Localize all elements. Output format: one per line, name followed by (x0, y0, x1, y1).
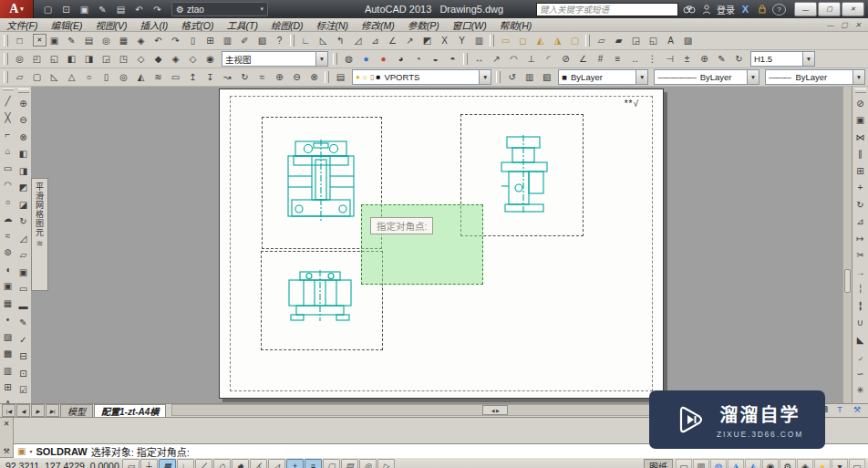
circle-icon[interactable]: ○ (0, 193, 16, 211)
menu-parametric[interactable]: 参数(P) (401, 18, 446, 31)
box-icon[interactable]: ▢ (28, 69, 46, 86)
copy-faces-icon[interactable]: ▱ (16, 247, 32, 265)
tab-last-button[interactable]: ▶| (46, 404, 59, 417)
command-window-grip[interactable]: ✕ ⚒ (0, 418, 14, 457)
doc-minimize-button[interactable]: — (825, 21, 836, 29)
qat-plot-icon[interactable]: ▤ (112, 1, 129, 17)
user-icon[interactable] (700, 3, 712, 16)
rotate-faces-icon[interactable]: ↻ (16, 213, 32, 231)
horizontal-scrollbar-thumb[interactable]: ◀ ▶ (482, 405, 508, 415)
union-icon[interactable]: ⊕ (16, 95, 32, 112)
extrude-icon[interactable]: ↥ (184, 69, 202, 86)
annotation-autoscale-icon[interactable]: ◭ (745, 459, 761, 468)
quickcalc-icon[interactable]: ▧ (253, 33, 271, 49)
sweep-icon[interactable]: ↝ (219, 69, 236, 86)
ellipse-arc-icon[interactable]: ◖ (0, 261, 16, 278)
blend-curves-icon[interactable]: ∽ (852, 365, 868, 382)
lineweight-dropdown[interactable]: ——— ByLayer ▼ (765, 69, 865, 85)
ucs-world-icon[interactable]: ◺ (315, 33, 332, 49)
copy-edges-icon[interactable]: ▭ (16, 281, 32, 298)
customize-wrench-icon[interactable]: ⚒ (3, 447, 9, 455)
arc-icon[interactable]: ◠ (0, 177, 16, 194)
subtract-icon[interactable]: ⊖ (288, 69, 305, 86)
publish-icon[interactable]: ▦ (115, 33, 132, 49)
sphere-icon[interactable]: ○ (80, 69, 98, 86)
clean-screen-icon[interactable]: ▭ (849, 459, 865, 468)
menu-help[interactable]: 帮助(H) (493, 18, 539, 31)
object-snap-toggle[interactable]: ◇ (213, 459, 231, 468)
dim-continue-icon[interactable]: ‥ (626, 51, 644, 68)
vs-conceptual-icon[interactable]: ▢ (566, 33, 584, 49)
subtract-icon[interactable]: ⊖ (16, 112, 32, 130)
helix-icon[interactable]: ≋ (150, 69, 167, 86)
ucs-icon[interactable]: ∟ (297, 33, 315, 49)
menu-insert[interactable]: 插入(I) (133, 18, 174, 31)
polygon-icon[interactable]: ⌂ (0, 143, 16, 161)
redo-icon[interactable]: ↷ (167, 33, 184, 49)
ucs-previous-icon[interactable]: ↰ (332, 33, 349, 49)
app-menu-button[interactable]: A ▾ (0, 0, 34, 18)
coordinates-display[interactable]: 92.3211, 127.4229, 0.0000 (0, 461, 122, 468)
qat-redo-icon[interactable]: ↷ (149, 1, 166, 17)
dim-update-icon[interactable]: ↻ (730, 51, 748, 68)
point-icon[interactable]: • (0, 312, 16, 329)
table-icon[interactable]: ⊞ (0, 380, 16, 397)
dim-edit-icon[interactable]: ✎ (713, 51, 730, 68)
dim-space-icon[interactable]: ⋮ (644, 51, 661, 68)
annotation-visibility-icon[interactable]: ◮ (728, 459, 744, 468)
undo-icon[interactable]: ↶ (150, 33, 167, 49)
binoculars-search-icon[interactable] (683, 3, 696, 16)
viewport-quad-icon[interactable]: ⊞ (202, 33, 219, 49)
advanced-render-settings-icon[interactable]: ◓ (444, 51, 461, 68)
qat-new-icon[interactable]: ▢ (39, 1, 57, 17)
menu-format[interactable]: 格式(O) (174, 18, 220, 31)
markup-set-manager-icon[interactable]: ✐ (236, 33, 253, 49)
array-icon[interactable]: ⊞ (852, 162, 868, 180)
dimension-style-dropdown[interactable]: H1.5 ▼ (750, 51, 815, 67)
sheet-set-manager-icon[interactable]: ▥ (219, 33, 236, 49)
qat-open-icon[interactable]: ⊡ (57, 1, 75, 17)
chevron-down-icon[interactable]: ▼ (636, 70, 647, 84)
named-ucs-icon[interactable]: ▥ (470, 33, 488, 49)
lights-icon[interactable]: ● (375, 51, 392, 68)
menu-dimension[interactable]: 标注(N) (310, 18, 356, 31)
workspace-switching-icon[interactable]: ⚙ (780, 459, 796, 468)
help-icon[interactable]: ? (772, 4, 786, 16)
status-menu-arrow-icon[interactable]: ▾ (832, 459, 848, 468)
revolve-icon[interactable]: ↻ (236, 69, 253, 86)
chevron-down-icon[interactable]: ▼ (479, 70, 491, 84)
clean-icon[interactable]: ✓ (16, 331, 32, 348)
polyline-icon[interactable]: ⌐ (0, 126, 16, 143)
layer-states-icon[interactable]: ▥ (521, 69, 538, 86)
paper-model-toggle[interactable]: 图纸 (644, 459, 673, 468)
construction-line-icon[interactable]: ╳ (0, 109, 16, 127)
intersect-icon[interactable]: ⊗ (305, 69, 323, 86)
view-bottom-icon[interactable]: ◱ (46, 51, 63, 68)
extrude-faces-icon[interactable]: ◧ (16, 146, 32, 163)
join-icon[interactable]: ∪ (852, 315, 868, 332)
object-snap-tracking-toggle[interactable]: ∡ (250, 459, 267, 468)
stretch-icon[interactable]: ↦ (852, 230, 868, 247)
hatch-icon[interactable]: ▨ (0, 328, 16, 346)
menu-view[interactable]: 视图(V) (88, 18, 133, 31)
rotate-icon[interactable]: ↻ (852, 196, 868, 213)
minimize-button[interactable]: — (794, 2, 817, 16)
view-sw-iso-icon[interactable]: ◇ (132, 51, 150, 68)
offset-faces-icon[interactable]: ◩ (16, 180, 32, 197)
floating-toolbar-close-button[interactable]: ✕ (33, 34, 46, 47)
extend-icon[interactable]: → (852, 264, 868, 281)
steering-wheel-icon[interactable]: ◍ (710, 459, 727, 468)
dynamic-input-toggle[interactable]: + (286, 459, 304, 468)
dynamic-ucs-toggle[interactable]: ⊿ (268, 459, 285, 468)
selection-cycling-toggle[interactable]: ◎ (359, 459, 377, 468)
doc-close-button[interactable]: ✕ (852, 21, 863, 29)
chamfer-icon[interactable]: ◣ (852, 331, 868, 348)
lineweight-display-toggle[interactable]: ≡ (305, 459, 322, 468)
layer-properties-icon[interactable]: ▤ (332, 69, 349, 86)
chevron-down-icon[interactable]: ▾ (29, 448, 32, 454)
plot-preview-icon[interactable]: ◎ (98, 33, 115, 49)
chevron-down-icon[interactable]: ▼ (747, 70, 759, 84)
menu-window[interactable]: 窗口(W) (446, 18, 493, 31)
view-front-icon[interactable]: ◲ (98, 51, 115, 68)
ellipse-icon[interactable]: ⊜ (0, 244, 16, 262)
